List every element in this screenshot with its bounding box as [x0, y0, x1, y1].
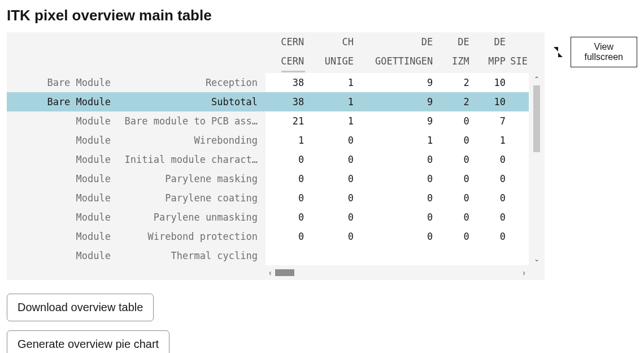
row-category: Module [7, 115, 115, 127]
table-row-labels: Bare ModuleSubtotal [7, 92, 266, 111]
scroll-down-icon[interactable]: ⌄ [534, 253, 539, 265]
view-fullscreen-button[interactable]: View fullscreen [571, 37, 637, 67]
row-category: Module [7, 154, 115, 165]
row-category: Module [7, 231, 115, 242]
column-header[interactable]: SIE [507, 55, 529, 67]
data-cell: 0 [305, 231, 355, 242]
column-header[interactable]: CERN [266, 55, 305, 67]
row-step: Wirebonding [115, 135, 262, 146]
data-cell: 2 [434, 96, 470, 107]
data-cell: 0 [471, 173, 507, 184]
data-cell: 21 [266, 115, 305, 127]
data-cell: 0 [355, 154, 434, 165]
row-category: Bare Module [7, 96, 115, 107]
data-cell: 10 [471, 96, 507, 107]
scroll-right-icon[interactable]: › [519, 268, 529, 277]
data-cell: 7 [471, 115, 507, 127]
column-header[interactable]: GOETTINGEN [355, 55, 434, 67]
row-category: Module [7, 192, 115, 204]
table-row-data: 00000 [266, 227, 529, 246]
table-row-labels: ModuleParylene coating [7, 188, 266, 208]
table-row-data: 00000 [266, 208, 529, 227]
data-cell: 0 [305, 135, 355, 146]
scroll-left-icon[interactable]: ‹ [266, 268, 275, 277]
generate-pie-chart-button[interactable]: Generate overview pie chart [7, 330, 169, 353]
data-cell: 0 [471, 192, 507, 204]
data-cell: 0 [434, 231, 470, 242]
data-cell: 38 [266, 96, 305, 107]
column-header[interactable]: CERN [266, 36, 305, 48]
header-labels-spacer [7, 32, 266, 73]
data-cell: 0 [266, 212, 305, 223]
row-step: Parylene unmasking [115, 212, 262, 223]
fullscreen-icon[interactable] [554, 47, 563, 57]
data-cell: 1 [471, 135, 507, 146]
table-row-labels: ModuleWirebonding [7, 131, 266, 150]
table-row-labels: ModuleInitial module charact… [7, 150, 266, 169]
data-cell: 0 [434, 135, 470, 146]
data-cell: 0 [355, 212, 434, 223]
data-cell: 1 [305, 115, 355, 127]
data-cell: 0 [305, 212, 355, 223]
table-row-data: 00000 [266, 150, 529, 169]
row-step: Wirebond protection [115, 231, 262, 242]
data-cell: 0 [471, 154, 507, 165]
scroll-up-icon[interactable]: ⌃ [534, 73, 539, 85]
column-header[interactable]: DE [434, 36, 470, 48]
row-category: Module [7, 250, 115, 261]
data-cell: 0 [355, 231, 434, 242]
data-cell: 9 [355, 77, 434, 88]
table-row-labels: ModuleBare module to PCB ass… [7, 111, 266, 131]
row-step: Bare module to PCB ass… [115, 115, 262, 127]
row-category: Module [7, 173, 115, 184]
table-row-data: 10101 [266, 131, 529, 150]
data-cell: 0 [471, 231, 507, 242]
data-cell: 1 [355, 135, 434, 146]
data-cell: 0 [471, 212, 507, 223]
data-cell: 0 [355, 192, 434, 204]
column-header[interactable]: DE [355, 36, 434, 48]
data-cell: 2 [434, 77, 470, 88]
data-cell: 1 [305, 96, 355, 107]
column-header[interactable]: MPP [471, 55, 507, 67]
row-step: Subtotal [115, 96, 262, 107]
column-header[interactable]: IZM [434, 55, 470, 67]
row-category: Bare Module [7, 77, 115, 88]
data-cell: 10 [471, 77, 507, 88]
data-cell: 0 [434, 173, 470, 184]
table-row-labels: Bare ModuleReception [7, 73, 266, 92]
vertical-scroll-thumb[interactable] [533, 85, 540, 152]
data-cell: 0 [305, 173, 355, 184]
row-step: Parylene masking [115, 173, 262, 184]
overview-table: Bare ModuleReceptionBare ModuleSubtotalM… [7, 32, 545, 280]
table-row-data: 211907 [266, 111, 529, 131]
horizontal-scroll-thumb[interactable] [275, 269, 294, 276]
data-cell: 1 [266, 135, 305, 146]
row-step: Reception [115, 77, 262, 88]
data-cell: 0 [355, 173, 434, 184]
download-overview-button[interactable]: Download overview table [7, 294, 154, 321]
column-header[interactable]: UNIGE [305, 55, 355, 67]
column-header[interactable]: DE [471, 36, 507, 48]
data-cell: 0 [434, 192, 470, 204]
data-cell: 0 [305, 154, 355, 165]
table-row-labels: ModuleThermal cycling [7, 246, 266, 265]
column-header[interactable]: CH [305, 36, 355, 48]
data-cell: 0 [266, 173, 305, 184]
data-cell: 0 [434, 115, 470, 127]
table-row-labels: ModuleWirebond protection [7, 227, 266, 246]
table-row-data: 00000 [266, 188, 529, 208]
column-headers: CERNCHDEDEDE CERNUNIGEGOETTINGENIZMMPPSI… [266, 32, 529, 73]
table-row-data: 3819210 [266, 92, 529, 111]
row-step: Parylene coating [115, 192, 262, 204]
data-cell: 9 [355, 96, 434, 107]
data-cell: 0 [266, 154, 305, 165]
table-row-data: 00000 [266, 169, 529, 188]
horizontal-scrollbar[interactable]: ‹ › [7, 265, 545, 280]
vertical-scrollbar[interactable]: ⌃ ⌄ [529, 32, 545, 265]
data-cell: 0 [434, 154, 470, 165]
table-row-labels: ModuleParylene masking [7, 169, 266, 188]
page-title: ITK pixel overview main table [7, 7, 637, 24]
data-cell: 1 [305, 77, 355, 88]
data-cell: 0 [266, 231, 305, 242]
